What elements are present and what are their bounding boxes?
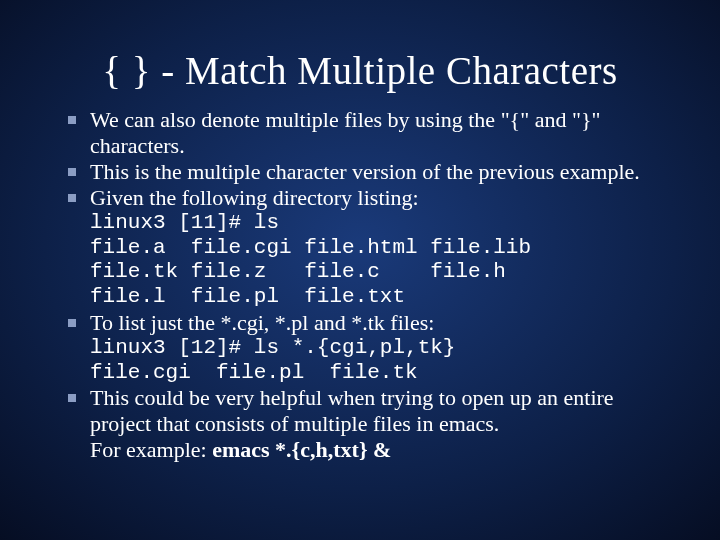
bullet-icon: [68, 310, 90, 327]
body-text: To list just the *.cgi, *.pl and *.tk fi…: [90, 310, 680, 336]
square-bullet-icon: [68, 394, 76, 402]
slide: { } - Match Multiple Characters We can a…: [0, 0, 720, 540]
body-text: Given the following directory listing:: [90, 185, 680, 211]
list-item: To list just the *.cgi, *.pl and *.tk fi…: [68, 310, 680, 336]
list-item: file.tk file.z file.c file.h: [68, 260, 680, 285]
square-bullet-icon: [68, 168, 76, 176]
square-bullet-icon: [68, 116, 76, 124]
list-item: This is the multiple character version o…: [68, 159, 680, 185]
code-line: linux3 [11]# ls: [90, 211, 680, 236]
code-line: file.a file.cgi file.html file.lib: [90, 236, 680, 261]
slide-content: We can also denote multiple files by usi…: [40, 107, 680, 463]
slide-title: { } - Match Multiple Characters: [40, 48, 680, 93]
square-bullet-icon: [68, 194, 76, 202]
list-item: linux3 [12]# ls *.{cgi,pl,tk}: [68, 336, 680, 361]
code-line: linux3 [12]# ls *.{cgi,pl,tk}: [90, 336, 680, 361]
list-item: We can also denote multiple files by usi…: [68, 107, 680, 159]
code-line: file.l file.pl file.txt: [90, 285, 680, 310]
list-item: file.l file.pl file.txt: [68, 285, 680, 310]
body-text: This could be very helpful when trying t…: [90, 385, 680, 437]
list-item: Given the following directory listing:: [68, 185, 680, 211]
code-line: file.tk file.z file.c file.h: [90, 260, 680, 285]
list-item: file.cgi file.pl file.tk: [68, 361, 680, 386]
list-item: This could be very helpful when trying t…: [68, 385, 680, 437]
body-text: This is the multiple character version o…: [90, 159, 680, 185]
list-item: file.a file.cgi file.html file.lib: [68, 236, 680, 261]
bullet-icon: [68, 385, 90, 402]
square-bullet-icon: [68, 319, 76, 327]
bullet-icon: [68, 159, 90, 176]
bullet-icon: [68, 107, 90, 124]
code-line: file.cgi file.pl file.tk: [90, 361, 680, 386]
bullet-icon: [68, 185, 90, 202]
body-text: For example: emacs *.{c,h,txt} &: [90, 437, 680, 463]
list-item: linux3 [11]# ls: [68, 211, 680, 236]
list-item: For example: emacs *.{c,h,txt} &: [68, 437, 680, 463]
body-text: We can also denote multiple files by usi…: [90, 107, 680, 159]
